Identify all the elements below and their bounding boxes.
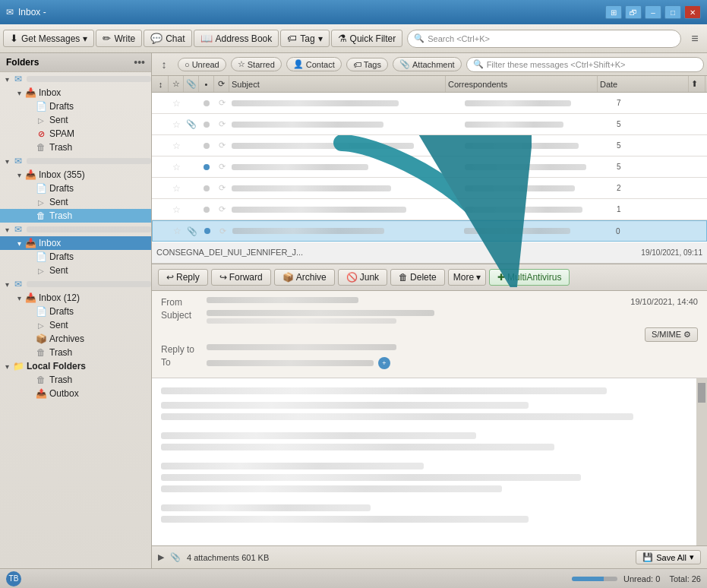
attachment-col: 📎 — [184, 119, 199, 129]
remind-icon: ⟳ — [219, 204, 226, 214]
remind-icon: ⟳ — [219, 162, 226, 172]
search-box[interactable]: 🔍 Search <Ctrl+K> — [407, 30, 681, 48]
spam1-row[interactable]: ⊘ SPAM — [0, 127, 151, 141]
junk-button[interactable]: 🚫 Junk — [338, 269, 387, 286]
reply-button[interactable]: ↩ Reply — [158, 269, 208, 286]
sidebar-options-button[interactable]: ••• — [134, 56, 145, 68]
col-actions: ⬆ — [689, 76, 705, 92]
table-row[interactable]: ☆ ⟳ 5 — [152, 156, 707, 178]
minimize-button[interactable]: – — [645, 5, 661, 19]
unread-filter-button[interactable]: ○ Unread — [178, 58, 226, 71]
starred-filter-button[interactable]: ☆ Starred — [231, 57, 282, 71]
col-correspondents[interactable]: Correspondents — [446, 76, 598, 92]
contact-filter-button[interactable]: 👤 Contact — [286, 57, 342, 71]
outbox-row[interactable]: 📤 Outbox — [0, 387, 151, 400]
trash2-row[interactable]: 🗑 Trash — [0, 209, 151, 223]
drafts2-row[interactable]: 📄 Drafts — [0, 182, 151, 195]
sent4-row[interactable]: ▷ Sent — [0, 318, 151, 332]
table-row[interactable]: ☆ ⟳ 1 — [152, 199, 707, 220]
account1-row[interactable]: ▾ ✉ — [0, 72, 151, 86]
save-dropdown-icon[interactable]: ▾ — [690, 552, 694, 562]
table-row[interactable]: ☆ 📎 ⟳ 0 — [152, 220, 707, 242]
trash1-label: Trash — [49, 142, 151, 153]
attachment-filter-button[interactable]: 📎 Attachment — [393, 57, 462, 71]
filter-search-icon: 🔍 — [473, 59, 484, 69]
account2-row[interactable]: ▾ ✉ — [0, 154, 151, 168]
table-row[interactable]: ☆ ⟳ 5 — [152, 135, 707, 156]
account1-arrow: ▾ — [2, 75, 12, 84]
inbox2-row[interactable]: ▾ 📥 Inbox (355) — [0, 168, 151, 182]
starred-icon: ☆ — [238, 59, 245, 69]
drafts3-label: Drafts — [49, 251, 151, 262]
table-row[interactable]: ☆ 📎 ⟳ 5 — [152, 114, 707, 135]
filter-search-box[interactable]: 🔍 Filter these messages <Ctrl+Shift+K> — [466, 57, 704, 72]
sort-button[interactable]: ↕ — [155, 55, 173, 74]
get-messages-button[interactable]: ⬇ Get Messages ▾ — [3, 30, 94, 47]
tags-filter-button[interactable]: 🏷 Tags — [346, 58, 388, 71]
close-button[interactable]: ✕ — [684, 5, 701, 19]
restore-button[interactable]: 🗗 — [625, 5, 642, 19]
delete-button[interactable]: 🗑 Delete — [390, 269, 445, 286]
chat-button[interactable]: 💬 Chat — [144, 30, 191, 47]
address-book-button[interactable]: 📖 Address Book — [194, 30, 279, 47]
star-col[interactable]: ☆ — [169, 162, 184, 172]
drafts3-row[interactable]: 📄 Drafts — [0, 250, 151, 264]
col-date[interactable]: Date — [598, 76, 689, 92]
remind-col: ⟳ — [214, 162, 229, 172]
star-col[interactable]: ☆ — [169, 141, 184, 151]
subject-col — [229, 185, 462, 191]
multiantivirus-label: MultiAntivirus — [507, 272, 561, 283]
get-messages-dropdown-icon[interactable]: ▾ — [83, 33, 87, 44]
menu-button[interactable]: ≡ — [686, 30, 704, 48]
sent4-label: Sent — [49, 320, 151, 330]
star-col[interactable]: ☆ — [169, 98, 184, 109]
inbox1-row[interactable]: ▾ 📥 Inbox — [0, 86, 151, 100]
attachment-count: 4 attachments 601 KB — [187, 553, 269, 562]
address-book-label: Address Book — [216, 33, 273, 44]
more-button[interactable]: More ▾ — [448, 269, 486, 286]
tile-button[interactable]: ⊞ — [605, 5, 622, 19]
trash-local-row[interactable]: 🗑 Trash — [0, 373, 151, 387]
account3-row[interactable]: ▾ ✉ — [0, 223, 151, 236]
sent2-row[interactable]: ▷ Sent — [0, 195, 151, 209]
table-row[interactable]: ☆ ⟳ 7 — [152, 93, 707, 114]
subject-value2 — [207, 318, 396, 324]
quick-filter-button[interactable]: ⚗ Quick Filter — [331, 30, 403, 47]
col-thread: ↕ — [153, 76, 169, 92]
corr-col — [462, 143, 614, 149]
write-button[interactable]: ✏ Write — [96, 30, 142, 47]
get-messages-icon: ⬇ — [10, 33, 18, 44]
sent3-row[interactable]: ▷ Sent — [0, 264, 151, 277]
tag-button[interactable]: 🏷 Tag ▾ — [280, 30, 329, 47]
multiantivirus-button[interactable]: ✚ MultiAntivirus — [489, 269, 570, 286]
inbox3-row[interactable]: ▾ 📥 Inbox — [0, 236, 151, 250]
table-row[interactable]: ☆ ⟳ 2 — [152, 178, 707, 199]
inbox1-arrow: ▾ — [14, 89, 24, 97]
star-col[interactable]: ☆ — [169, 183, 184, 194]
maximize-button[interactable]: □ — [664, 5, 681, 19]
archive-button[interactable]: 📦 Archive — [274, 269, 335, 286]
subject-text — [232, 185, 391, 191]
account4-label — [27, 281, 151, 287]
to-expand-button[interactable]: + — [378, 357, 390, 369]
archives4-row[interactable]: 📦 Archives — [0, 332, 151, 346]
scrollbar-thumb[interactable] — [696, 381, 707, 404]
trash1-row[interactable]: 🗑 Trash — [0, 141, 151, 154]
trash4-row[interactable]: 🗑 Trash — [0, 346, 151, 359]
star-col[interactable]: ☆ — [169, 204, 184, 215]
sent1-row[interactable]: ▷ Sent — [0, 113, 151, 127]
get-messages-label: Get Messages — [21, 33, 80, 44]
forward-button[interactable]: ↪ Forward — [211, 269, 271, 286]
col-subject[interactable]: Subject — [229, 76, 446, 92]
localfolders-row[interactable]: ▾ 📁 Local Folders — [0, 359, 151, 373]
star-col[interactable]: ☆ — [169, 226, 185, 236]
inbox4-row[interactable]: ▾ 📥 Inbox (12) — [0, 291, 151, 305]
star-col[interactable]: ☆ — [169, 119, 184, 130]
account4-row[interactable]: ▾ ✉ — [0, 277, 151, 291]
attachment-bar: ▶ 📎 4 attachments 601 KB 💾 Save All ▾ — [152, 545, 707, 568]
attachment-expand-button[interactable]: ▶ — [158, 552, 164, 562]
drafts4-row[interactable]: 📄 Drafts — [0, 305, 151, 318]
smime-button[interactable]: S/MIME ⚙ — [645, 327, 698, 342]
drafts1-row[interactable]: 📄 Drafts — [0, 100, 151, 113]
save-all-button[interactable]: 💾 Save All ▾ — [636, 550, 701, 564]
